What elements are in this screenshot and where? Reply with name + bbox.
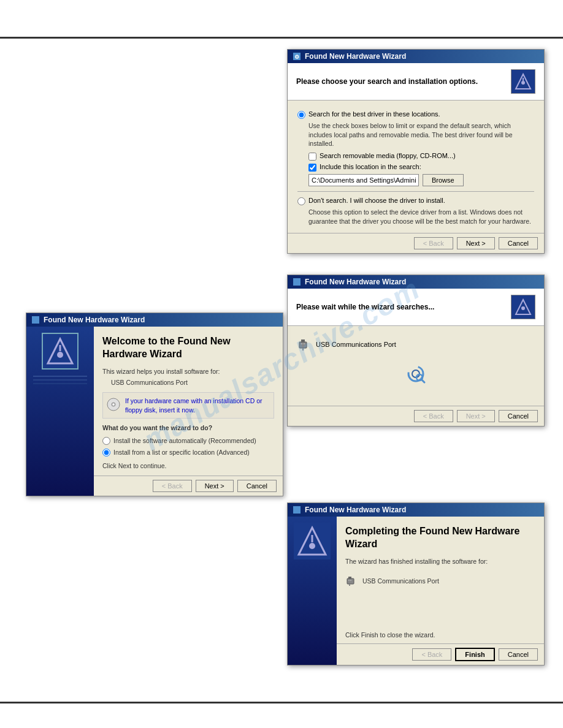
svg-rect-6: [293, 278, 301, 286]
usb-icon: [297, 337, 312, 352]
dialog1-radio1-row: Search for the best driver in these loca…: [297, 110, 534, 119]
svg-point-4: [521, 81, 525, 85]
dialog1-check1-label: Search removable media (floppy, CD-ROM..…: [320, 152, 456, 159]
dialog1-radio2-row: Don't search. I will choose the driver t…: [297, 197, 534, 205]
dialog1-content: Search for the best driver in these loca…: [288, 100, 544, 233]
dialog3-radio1-row: Install the software automatically (Reco…: [102, 436, 274, 446]
svg-rect-12: [302, 348, 304, 351]
dialog1-back-button[interactable]: < Back: [414, 237, 453, 249]
dialog3-body: Welcome to the Found New Hardware Wizard…: [26, 327, 283, 496]
dialog3-continue-text: Click Next to continue.: [102, 461, 274, 471]
dialog1-body: Please choose your search and installati…: [288, 63, 544, 253]
dialog4-left-icon: [294, 523, 331, 561]
dialog3-back-button[interactable]: < Back: [153, 480, 192, 492]
dialog2-header: Please wait while the wizard searches...: [288, 289, 544, 326]
dialog-completing: Found New Hardware Wizard Completing the…: [287, 502, 545, 665]
dialog2-device-row: USB Communications Port: [297, 337, 534, 352]
dialog1-check2-label: Include this location in the search:: [320, 163, 421, 170]
dialog4-finish-note: Click Finish to close the wizard.: [345, 631, 535, 640]
svg-rect-14: [304, 343, 305, 344]
wizard-title-icon: ⚙: [293, 52, 301, 61]
dialog-search-options: ⚙ Found New Hardware Wizard Please choos…: [287, 49, 545, 254]
svg-rect-34: [349, 584, 350, 586]
dialog4-cancel-button[interactable]: Cancel: [499, 648, 538, 661]
dialog4-left-panel: [288, 517, 337, 665]
dialog1-path-row: Browse: [308, 174, 534, 186]
dialog4-device-icon: [345, 574, 359, 588]
dialog4-back-button[interactable]: < Back: [412, 648, 451, 661]
dialog3-welcome-title: Welcome to the Found New Hardware Wizard: [102, 335, 274, 361]
dialog1-next-button[interactable]: Next >: [457, 237, 495, 249]
dialog-searching: Found New Hardware Wizard Please wait wh…: [287, 275, 545, 427]
svg-rect-32: [347, 578, 354, 584]
search-spinner-icon: [405, 363, 427, 385]
dialog2-device-label: USB Communications Port: [316, 341, 396, 348]
svg-rect-10: [299, 342, 307, 348]
dialog2-header-icon: [511, 295, 535, 319]
dialog3-next-button[interactable]: Next >: [196, 480, 234, 492]
dialog1-radio2-label: Don't search. I will choose the driver t…: [308, 197, 445, 204]
dialog1-radio1-desc: Use the check boxes below to limit or ex…: [308, 121, 534, 148]
dialog1-header: Please choose your search and installati…: [288, 63, 544, 100]
dialog3-radio2[interactable]: [102, 449, 110, 457]
dialog4-finish-button[interactable]: Finish: [455, 648, 494, 661]
dialog3-cd-row: If your hardware came with an installati…: [102, 392, 274, 419]
dialog3-cancel-button[interactable]: Cancel: [237, 480, 277, 492]
dialog4-buttons: < Back Finish Cancel: [337, 643, 544, 665]
dialog2-cancel-button[interactable]: Cancel: [499, 410, 538, 422]
dialog3-intro-text: This wizard helps you install software f…: [102, 367, 274, 376]
dialog3-left-panel: [26, 327, 94, 496]
dialog2-title-icon: [293, 278, 301, 286]
dialog1-browse-button[interactable]: Browse: [423, 174, 464, 186]
dialog3-right-content: Welcome to the Found New Hardware Wizard…: [94, 327, 283, 496]
dialog1-check1[interactable]: [308, 153, 316, 161]
dialog3-radio1-label: Install the software automatically (Reco…: [113, 436, 256, 446]
dialog1-radio1[interactable]: [297, 111, 305, 119]
dialog1-buttons: < Back Next > Cancel: [288, 233, 544, 253]
dialog1-header-icon: [511, 69, 535, 94]
dialog3-radio1[interactable]: [102, 437, 110, 445]
svg-rect-33: [348, 577, 351, 579]
dialog3-left-decoration: [33, 376, 87, 384]
dialog1-radio2[interactable]: [297, 197, 305, 205]
dialog4-title-icon: [293, 506, 301, 514]
dialog4-desc-text: The wizard has finished installing the s…: [345, 557, 535, 566]
dialog4-device-label: USB Communications Port: [362, 577, 439, 586]
svg-text:⚙: ⚙: [294, 54, 299, 60]
dialog4-title: Found New Hardware Wizard: [305, 506, 406, 514]
dialog4-spacer: [345, 594, 535, 631]
svg-rect-36: [350, 580, 351, 581]
svg-rect-13: [301, 343, 302, 344]
svg-point-16: [412, 370, 419, 377]
dialog4-right-content: Completing the Found New Hardware Wizard…: [337, 517, 544, 665]
svg-rect-27: [293, 506, 301, 514]
page-border-bottom: [0, 702, 563, 703]
dialog1-radio1-label: Search for the best driver in these loca…: [308, 110, 440, 118]
dialog2-next-button[interactable]: Next >: [457, 410, 495, 422]
dialog1-check2[interactable]: [308, 164, 316, 172]
dialog3-left-icon: [42, 333, 79, 370]
svg-line-18: [421, 379, 424, 382]
svg-point-22: [57, 352, 63, 358]
dialog1-radio2-desc: Choose this option to select the device …: [308, 208, 534, 226]
dialog2-back-button[interactable]: < Back: [414, 410, 453, 422]
dialog2-titlebar: Found New Hardware Wizard: [288, 275, 544, 289]
dialog3-radio2-label: Install from a list or specific location…: [113, 448, 250, 457]
svg-point-9: [521, 306, 525, 310]
svg-rect-19: [32, 316, 39, 324]
dialog3-buttons: < Back Next > Cancel: [94, 476, 283, 496]
dialog4-device-row: USB Communications Port: [345, 574, 535, 588]
dialog2-title: Found New Hardware Wizard: [305, 278, 406, 286]
dialog1-cancel-button[interactable]: Cancel: [499, 237, 538, 249]
dialog3-question: What do you want the wizard to do?: [102, 423, 274, 433]
dialog2-buttons: < Back Next > Cancel: [288, 406, 544, 426]
dialog3-titlebar: Found New Hardware Wizard: [26, 313, 283, 327]
dialog4-titlebar: Found New Hardware Wizard: [288, 503, 544, 517]
svg-point-26: [113, 403, 115, 405]
dialog1-titlebar: ⚙ Found New Hardware Wizard: [288, 50, 544, 63]
dialog2-header-title: Please wait while the wizard searches...: [296, 303, 434, 311]
dialog1-check1-row: Search removable media (floppy, CD-ROM..…: [308, 152, 534, 161]
page-border-top: [0, 37, 563, 39]
dialog1-path-input[interactable]: [308, 174, 419, 186]
dialog3-content: Welcome to the Found New Hardware Wizard…: [102, 335, 274, 471]
